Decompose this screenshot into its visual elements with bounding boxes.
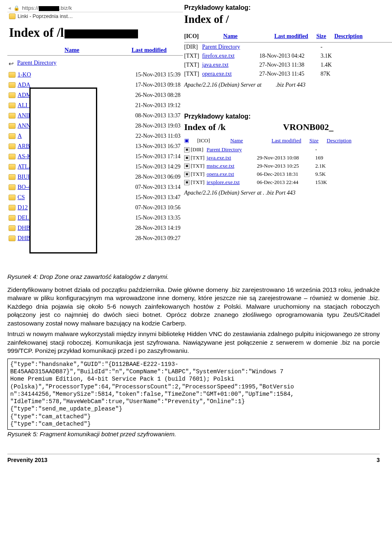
folder-icon — [9, 123, 16, 129]
type-tag: [TXT] — [191, 179, 205, 186]
list-item: [TXT]firefox.exe.txt18-Nov-2013 04:423.1… — [184, 52, 392, 61]
lock-icon: 🔒 — [13, 5, 20, 11]
folder-icon — [9, 195, 16, 200]
list-item: ▣[TXT]opera.exe.txt06-Dec-2013 18:319.5K — [184, 170, 392, 178]
right-middle-screenshot: Przykładowy katalog: Index of /k VRONB00… — [184, 113, 392, 200]
type-tag: [DIR] — [184, 44, 202, 50]
folder-icon — [9, 154, 16, 159]
last-modified: 29-Nov-2013 10:25 — [257, 163, 314, 169]
directory-listing-right-mid: ▣ [ICO] Name Last modified Size Descript… — [184, 133, 392, 200]
last-modified: 27-Nov-2013 11:38 — [259, 62, 321, 68]
figure-4-block: ◂ 🔒 https://.biz/k Linki - Poprzednia in… — [7, 4, 380, 266]
list-item: [DIR]Parent Directory- — [184, 43, 392, 52]
last-modified: 28-Nov-2013 19:03 — [135, 123, 180, 129]
list-item: [TXT]java.exe.txt27-Nov-2013 11:381.4K — [184, 61, 392, 70]
address-bar: ◂ 🔒 https://.biz/k — [7, 4, 183, 12]
folder-icon — [9, 92, 16, 98]
file-link[interactable]: java.exe.txt — [207, 155, 256, 161]
footer-left: Prevenity 2013 — [7, 457, 47, 463]
col-last-modified: Last modified — [131, 47, 167, 54]
file-link[interactable]: opera.exe.txt — [202, 71, 259, 77]
last-modified: 07-Nov-2013 13:14 — [135, 184, 180, 191]
last-modified: 06-Dec-2013 18:31 — [257, 171, 314, 177]
last-modified: 27-Nov-2013 11:45 — [259, 71, 321, 77]
apache-footer-rt: Apache/2.2.16 (Debian) Server at .biz Po… — [184, 78, 392, 92]
code-line: {"type":"cam_attached"} — [10, 413, 377, 420]
file-link[interactable]: mstsc.exe.txt — [207, 163, 256, 169]
code-line: {"type":"handsnake","GUID":"{D112BAAE-E2… — [10, 361, 377, 368]
directory-link[interactable]: 1-KO — [18, 71, 36, 78]
code-line: (Polska)","ProcessorType":64,"Processors… — [10, 383, 377, 390]
list-item: ▣[TXT]java.exe.txt29-Nov-2013 10:08169 — [184, 154, 392, 162]
right-top-screenshot: Przykładowy katalog: Index of / [ICO] Na… — [184, 4, 392, 92]
last-modified: 21-Nov-2013 19:12 — [135, 102, 180, 109]
file-link[interactable]: iexplore.exe.txt — [207, 179, 256, 186]
last-modified: 15-Nov-2013 17:14 — [135, 153, 180, 160]
folder-icon — [9, 225, 16, 231]
parent-directory-link[interactable]: Parent Directory — [17, 59, 56, 66]
last-modified: 22-Nov-2013 11:03 — [136, 133, 180, 139]
square-icon: ▣ — [184, 172, 189, 177]
list-item: ▣[TXT]mstsc.exe.txt29-Nov-2013 10:252.1K — [184, 162, 392, 170]
apache-footer-rm: Apache/2.2.16 (Debian) Server at . .biz … — [184, 186, 392, 200]
square-icon: ▣ — [184, 137, 189, 144]
file-size: - — [315, 146, 336, 153]
col-name: Name — [65, 47, 79, 54]
parent-directory-row: Parent Directory — [7, 58, 183, 70]
folder-icon — [9, 72, 16, 78]
redaction-box — [29, 87, 97, 253]
bookmark-label: Linki - Poprzednia inst… — [18, 13, 73, 19]
file-link[interactable]: Parent Directory — [202, 44, 259, 50]
type-tag: [TXT] — [184, 53, 202, 59]
type-tag: [DIR] — [191, 146, 205, 153]
folder-icon — [9, 13, 16, 19]
index-title-right-mid: Index of /k VRONB002_ — [184, 121, 392, 133]
file-size: 2.1K — [315, 163, 336, 169]
last-modified: 15-Nov-2013 15:39 — [135, 72, 180, 78]
last-modified: 28-Nov-2013 06:09 — [135, 174, 180, 180]
file-link[interactable]: firefox.exe.txt — [202, 53, 259, 59]
body-paragraph-2: Intruzi w nowym malware wykorzystali mię… — [7, 330, 380, 357]
last-modified: 07-Nov-2013 10:56 — [135, 204, 180, 211]
code-line: BE45AAD315AADB87}","BuildId":"n","CompNa… — [10, 368, 377, 375]
square-icon: ▣ — [184, 147, 189, 153]
file-size: 3.1K — [321, 53, 341, 59]
footer-page-number: 3 — [376, 457, 380, 463]
list-item: [TXT]opera.exe.txt27-Nov-2013 11:4587K — [184, 70, 392, 78]
last-modified: 08-Nov-2013 13:37 — [135, 112, 180, 119]
file-link[interactable]: java.exe.txt — [202, 62, 259, 68]
file-link[interactable]: Parent Directory — [207, 146, 256, 153]
list-item: ▣[TXT]iexplore.exe.txt06-Dec-2013 22:441… — [184, 178, 392, 186]
folder-icon — [9, 144, 16, 149]
code-line: "IdleTime":578,"HaveWebCam":true,"UserNa… — [10, 398, 377, 405]
file-size: 1.4K — [321, 62, 341, 68]
file-size: 87K — [321, 71, 341, 77]
file-size: - — [321, 44, 341, 50]
type-tag: [TXT] — [184, 62, 202, 68]
last-modified: 26-Nov-2013 08:28 — [135, 92, 180, 99]
index-title-left: Index of /l — [7, 20, 183, 43]
code-line: Home Premium Edition, 64-bit Service Pac… — [10, 375, 377, 383]
last-modified: 13-Nov-2013 16:37 — [135, 143, 180, 150]
bookmark-row: Linki - Poprzednia inst… — [7, 12, 183, 20]
code-line: {"type":"cam_detached"} — [10, 420, 377, 428]
example-catalog-caption-1: Przykładowy katalog: — [184, 4, 392, 12]
figure-4-caption: Rysunek 4: Drop Zone oraz zawartość kata… — [7, 270, 380, 286]
folder-icon — [9, 184, 16, 190]
left-screenshot: ◂ 🔒 https://.biz/k Linki - Poprzednia in… — [7, 4, 183, 243]
figure-5-caption: Rysunek 5: Fragment komunikacji botnet p… — [7, 430, 380, 454]
listing-headers-rt: [ICO] Name Last modified Size Descriptio… — [184, 27, 392, 43]
file-size: 153K — [315, 179, 336, 186]
last-modified: 28-Nov-2013 09:27 — [135, 235, 180, 242]
back-nav-icon: ◂ — [8, 5, 11, 11]
square-icon: ▣ — [184, 155, 189, 161]
listing-headers: Name Last modified — [7, 43, 183, 56]
type-tag: [TXT] — [191, 171, 205, 177]
file-size: 169 — [315, 155, 336, 161]
last-modified: 15-Nov-2013 14:29 — [135, 164, 180, 170]
last-modified: 28-Nov-2013 14:19 — [135, 225, 180, 231]
code-line: n":34144256,"MemorySize":5814,"token":fa… — [10, 390, 377, 398]
type-tag: [TXT] — [191, 163, 205, 169]
file-link[interactable]: opera.exe.txt — [207, 171, 256, 177]
folder-icon — [9, 113, 16, 119]
